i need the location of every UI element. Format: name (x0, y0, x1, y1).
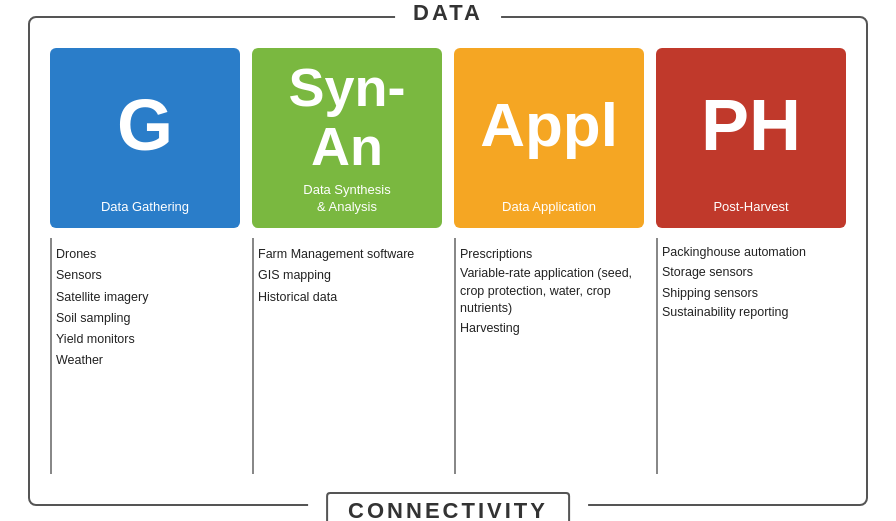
list-item: Soil sampling (56, 308, 236, 329)
list-item: Farm Management software (258, 244, 438, 265)
card-letter-synan: Syn-An (260, 58, 434, 177)
card-letter-g: G (58, 58, 232, 194)
data-label-wrapper: DATA (395, 0, 501, 26)
main-frame: DATA G Data Gathering Syn-An Data Synthe… (28, 16, 868, 506)
card-syn-an: Syn-An Data Synthesis& Analysis (252, 48, 442, 229)
list-item: Weather (56, 350, 236, 371)
lists-row: Drones Sensors Satellite imagery Soil sa… (50, 238, 846, 473)
list-item: Shipping sensors (662, 283, 842, 304)
main-content: G Data Gathering Syn-An Data Synthesis& … (30, 18, 866, 504)
list-synan: Farm Management software GIS mapping His… (252, 238, 442, 473)
card-post-harvest: PH Post-Harvest (656, 48, 846, 229)
connectivity-label: CONNECTIVITY (326, 492, 570, 522)
cards-row: G Data Gathering Syn-An Data Synthesis& … (50, 48, 846, 229)
list-gathering: Drones Sensors Satellite imagery Soil sa… (50, 238, 240, 473)
data-label: DATA (413, 0, 483, 25)
list-item: Sensors (56, 265, 236, 286)
card-subtitle-appl: Data Application (502, 199, 596, 216)
card-subtitle-synan: Data Synthesis& Analysis (303, 182, 390, 216)
list-ph: Packinghouse automation Storage sensors … (656, 238, 846, 473)
list-item: Storage sensors (662, 262, 842, 283)
card-subtitle-ph: Post-Harvest (713, 199, 788, 216)
list-item: Drones (56, 244, 236, 265)
list-item: Harvesting (460, 318, 640, 339)
list-item: Variable-rate application (seed, crop pr… (460, 265, 640, 318)
list-item: Yield monitors (56, 329, 236, 350)
card-letter-ph: PH (664, 58, 838, 194)
connectivity-label-wrapper: CONNECTIVITY (308, 498, 588, 522)
list-item: Historical data (258, 287, 438, 308)
list-item: Packinghouse automation (662, 244, 842, 262)
list-item: GIS mapping (258, 265, 438, 286)
list-item: Prescriptions (460, 244, 640, 265)
card-appl: Appl Data Application (454, 48, 644, 229)
list-item: Sustainability reporting (662, 304, 842, 322)
card-subtitle-gathering: Data Gathering (101, 199, 189, 216)
list-appl: Prescriptions Variable-rate application … (454, 238, 644, 473)
card-letter-appl: Appl (462, 58, 636, 194)
card-data-gathering: G Data Gathering (50, 48, 240, 229)
list-item: Satellite imagery (56, 287, 236, 308)
